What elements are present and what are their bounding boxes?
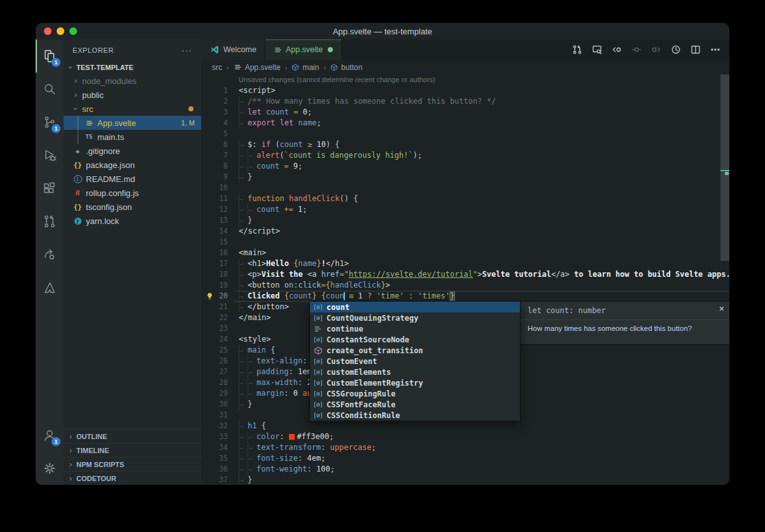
more-actions-icon[interactable]: [710, 45, 720, 55]
tab-app-svelte[interactable]: App.svelte: [265, 39, 342, 60]
suggest-item-customelementregistry[interactable]: CustomElementRegistry: [310, 377, 520, 388]
close-window-button[interactable]: [44, 27, 52, 35]
suggest-item-cssgroupingrule[interactable]: CSSGroupingRule: [310, 388, 520, 399]
zoom-window-button[interactable]: [69, 27, 77, 35]
split-editor-icon[interactable]: [691, 45, 701, 55]
tree-file-tsconfig-json[interactable]: {}tsconfig.json: [64, 200, 201, 214]
code-token: uppercase: [330, 443, 372, 452]
code-token: <style>: [239, 335, 271, 344]
code-line-33[interactable]: 33→→color: #ff3e00;: [201, 431, 729, 442]
suggest-item-customelements[interactable]: customElements: [310, 367, 520, 377]
editor-content: Unsaved changes (cannot determine recent…: [201, 74, 729, 485]
sidebar-section-npm-scripts[interactable]: ›NPM SCRIPTS: [64, 457, 201, 471]
code-line-10[interactable]: 10: [201, 183, 729, 193]
activity-item-source-control[interactable]: 1: [36, 106, 64, 139]
lightbulb-icon[interactable]: [206, 292, 214, 300]
sidebar-section-outline[interactable]: ›OUTLINE: [64, 429, 201, 443]
editor-scrollbar[interactable]: [720, 74, 729, 261]
code-line-15[interactable]: 15: [201, 237, 729, 248]
tree-file-app-svelte[interactable]: App.svelte1, M: [64, 116, 201, 130]
line-number: 2: [201, 96, 239, 107]
tab-whitespace-arrow: →: [248, 161, 256, 172]
sidebar-section-timeline[interactable]: ›TIMELINE: [64, 443, 201, 457]
open-preview-icon[interactable]: [592, 45, 602, 55]
file-history-icon[interactable]: [671, 45, 681, 55]
code-line-1[interactable]: 1<script>: [201, 85, 729, 96]
minimize-window-button[interactable]: [57, 27, 64, 35]
tree-root-test-template[interactable]: › TEST-TEMPLATE: [64, 60, 201, 74]
activity-item-run-debug[interactable]: [36, 139, 64, 172]
code-line-6[interactable]: 6→$: if (count ≥ 10) {: [201, 139, 729, 150]
code-line-11[interactable]: 11→function handleClick() {: [201, 193, 729, 204]
code-line-3[interactable]: 3→let count = 0;: [201, 107, 729, 118]
code-line-36[interactable]: 36→→font-weight: 100;: [201, 464, 729, 475]
next-change-icon[interactable]: [651, 45, 661, 55]
suggest-item-continue[interactable]: continue: [310, 323, 520, 334]
code-line-7[interactable]: 7→→alert(`count is dangerously high!`);: [201, 150, 729, 161]
breadcrumb-item-button[interactable]: button: [330, 63, 362, 72]
activity-item-live-share[interactable]: [36, 238, 64, 271]
current-change-icon[interactable]: [631, 45, 642, 55]
suggest-item-create_out_transition[interactable]: create_out_transition: [310, 345, 520, 356]
git-graph-icon[interactable]: [572, 45, 582, 55]
sidebar-section-codetour[interactable]: ›CODETOUR: [64, 471, 201, 485]
suggest-item-customevent[interactable]: CustomEvent: [310, 356, 520, 367]
previous-change-icon[interactable]: [612, 45, 622, 55]
code-line-14[interactable]: 14</script>: [201, 226, 729, 237]
code-token: 'times': [418, 291, 450, 300]
explorer-more-actions-icon[interactable]: ···: [181, 45, 192, 55]
close-icon[interactable]: ×: [719, 304, 724, 314]
code-line-12[interactable]: 12→→count += 1;: [201, 204, 729, 215]
code-line-19[interactable]: 19→<button on:click={handleClick}>: [201, 280, 729, 291]
suggest-item-countqueuingstrategy[interactable]: CountQueuingStrategy: [310, 312, 520, 323]
code-line-34[interactable]: 34→→text-transform: uppercase;: [201, 442, 729, 453]
line-number: 7: [201, 150, 239, 161]
code-token: =: [293, 108, 302, 116]
code-token: coun: [326, 291, 344, 300]
code-line-37[interactable]: 37→}: [201, 475, 729, 485]
suggest-item-constantsourcenode[interactable]: ConstantSourceNode: [310, 334, 520, 345]
activity-item-azure[interactable]: [36, 271, 64, 304]
code-line-20[interactable]: 20→Clicked {count} {coun ≡ 1 ? 'time' : …: [201, 291, 729, 302]
code-line-35[interactable]: 35→→font-size: 4em;: [201, 453, 729, 464]
code-text: </script>: [239, 227, 280, 235]
breadcrumb-item-app-svelte[interactable]: App.svelte: [234, 63, 281, 72]
tab-welcome[interactable]: Welcome: [201, 39, 265, 60]
code-line-17[interactable]: 17→<h1>Hello {name}!</h1>: [201, 258, 729, 269]
code-line-2[interactable]: 2→/** How many times has someone clicked…: [201, 96, 729, 107]
code-line-5[interactable]: 5: [201, 129, 729, 139]
code-line-16[interactable]: 16<main>: [201, 248, 729, 258]
activity-item-explorer[interactable]: 1: [36, 39, 64, 73]
breadcrumb-item-main[interactable]: main: [291, 63, 319, 72]
code-line-32[interactable]: 32→h1 {: [201, 421, 729, 431]
breadcrumb-label: src: [212, 63, 222, 72]
suggest-item-cssconditionrule[interactable]: CSSConditionRule: [310, 410, 520, 421]
tree-file-yarn-lock[interactable]: yyarn.lock: [64, 214, 201, 228]
tree-file-readme-md[interactable]: iREADME.md: [64, 172, 201, 186]
suggest-item-cssfontfacerule[interactable]: CSSFontFaceRule: [310, 399, 520, 410]
code-editor[interactable]: Unsaved changes (cannot determine recent…: [201, 74, 729, 485]
tree-file-rollup-config-js[interactable]: Rrollup.config.js: [64, 186, 201, 200]
tree-folder-node-modules[interactable]: ›node_modules: [64, 74, 201, 88]
tree-folder-public[interactable]: ›public: [64, 88, 201, 102]
suggest-item-count[interactable]: count: [310, 302, 520, 312]
tree-file--gitignore[interactable]: ◆.gitignore: [64, 144, 201, 158]
code-line-8[interactable]: 8→→count = 9;: [201, 161, 729, 172]
code-line-13[interactable]: 13→}: [201, 215, 729, 226]
activity-item-settings[interactable]: [36, 452, 64, 485]
tree-folder-src[interactable]: ›src: [64, 102, 201, 116]
tree-file-main-ts[interactable]: TSmain.ts: [64, 130, 201, 144]
activity-item-extensions[interactable]: [36, 172, 64, 205]
code-token: `count is dangerously high!`: [284, 151, 412, 160]
activity-item-accounts[interactable]: 1: [36, 419, 64, 452]
activity-item-github-pr[interactable]: [36, 205, 64, 238]
code-line-9[interactable]: 9→}: [201, 172, 729, 183]
activity-item-search[interactable]: [36, 73, 64, 106]
breadcrumb-item-src[interactable]: src: [212, 63, 222, 72]
title-bar[interactable]: App.svelte — test-template: [36, 23, 729, 39]
code-token: ;: [330, 465, 335, 473]
gitlens-annotation: Unsaved changes (cannot determine recent…: [201, 74, 729, 85]
code-line-18[interactable]: 18→<p>Visit the <a href="https://svelte.…: [201, 269, 729, 280]
tree-file-package-json[interactable]: {}package.json: [64, 158, 201, 172]
code-line-4[interactable]: 4→export let name;: [201, 118, 729, 129]
